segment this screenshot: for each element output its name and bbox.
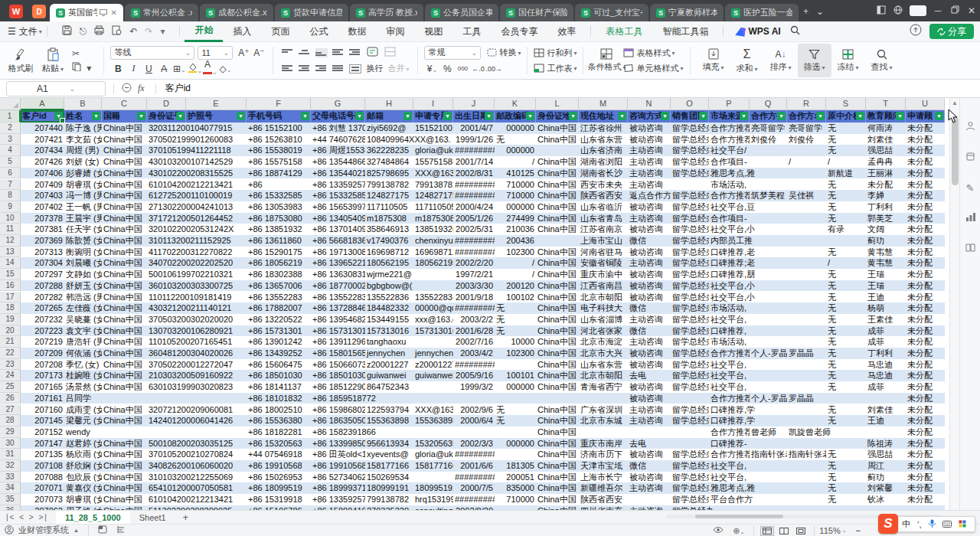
cell-style-button[interactable]: 单元格样式▾ xyxy=(623,60,683,76)
row-number-25[interactable]: 25 xyxy=(0,381,21,393)
cell-B6[interactable]: 彭睿婧 (女 xyxy=(64,168,102,179)
row-number-34[interactable]: 34 xyxy=(0,482,21,494)
row-number-8[interactable]: 8 xyxy=(0,190,21,201)
cell-N23[interactable]: 被动咨询 xyxy=(628,359,671,371)
cell-A8[interactable]: 207403 xyxy=(21,190,64,201)
cell-J3[interactable]: 1999/1/26 xyxy=(453,134,495,145)
cell-N7[interactable]: 主动咨询 xyxy=(628,179,671,191)
cell-A4[interactable]: 207434 xyxy=(21,145,64,156)
cell-Q8[interactable]: 筑梦美程 xyxy=(750,190,787,201)
cell-M10[interactable]: 山东省青岛 xyxy=(579,213,628,224)
cell-P33[interactable]: 社交平台, xyxy=(709,472,750,483)
cell-B27[interactable]: 成雨雯 (女 xyxy=(64,404,102,416)
table-row[interactable]: 207378王晨宇 (男China中国371721200501264452+86… xyxy=(21,213,945,224)
column-header-I[interactable]: I xyxy=(413,98,453,110)
cell-D6[interactable]: 430102200208315525 xyxy=(147,168,186,179)
column-header-G[interactable]: G xyxy=(311,98,365,110)
document-tab[interactable]: S高学历 教授.xlsx xyxy=(350,4,423,21)
cell-K24[interactable]: 100101 xyxy=(495,370,536,381)
cell-D10[interactable]: 371721200501264452 xyxy=(147,213,186,224)
cell-J23[interactable]: ######### xyxy=(453,359,495,371)
tab-smart-toolbox[interactable]: 智能工具箱 xyxy=(652,21,718,42)
cell-U24[interactable]: 未分配 xyxy=(906,370,945,381)
cell-B10[interactable]: 王晨宇 (男 xyxy=(64,213,102,224)
cell-B11[interactable]: 任天宇 (女 xyxy=(64,224,102,235)
document-tab[interactable]: S医护五险一金.xlsx xyxy=(725,4,799,21)
cell-G20[interactable]: +86 1573130169 xyxy=(311,325,365,337)
cell-T14[interactable]: 黄韦慧 xyxy=(866,257,906,269)
menu-item-页面[interactable]: 页面 xyxy=(261,21,299,42)
cell-D33[interactable]: 310103200212255069 xyxy=(147,472,186,483)
tab-table-tools[interactable]: 表格工具 xyxy=(596,21,652,42)
cell-M30[interactable]: 重庆市南岸 xyxy=(579,438,628,449)
cell-M23[interactable]: 山东省东营 xyxy=(579,359,628,371)
cell-G12[interactable]: +86 56681836 xyxy=(311,235,365,247)
document-tab[interactable]: S可过_支付宝+_滴滴 xyxy=(575,4,648,21)
align-right-icon[interactable] xyxy=(315,64,328,74)
cell-I20[interactable]: 157313016 xyxy=(413,325,453,337)
cell-U27[interactable]: 未分配 xyxy=(906,404,945,416)
column-header-S[interactable]: S xyxy=(826,98,866,110)
table-row[interactable]: 207165汤景然 (女China中国630103199903020823+86… xyxy=(21,381,945,393)
cell-H34[interactable]: 180999191 xyxy=(365,482,413,494)
cell-A25[interactable]: 207165 xyxy=(21,381,64,393)
cell-L32[interactable]: China中国 xyxy=(536,460,579,472)
row-number-28[interactable]: 28 xyxy=(0,415,21,427)
zoom-level[interactable]: 115% xyxy=(819,526,840,535)
cell-M19[interactable]: 山东省淄博 xyxy=(579,314,628,325)
cell-U28[interactable]: 未分配 xyxy=(906,415,945,427)
cell-D35[interactable]: 610104200212213421 xyxy=(147,494,186,505)
cell-C35[interactable]: China中国 xyxy=(102,494,147,505)
cell-M17[interactable]: 北京市朝阳 xyxy=(579,292,628,303)
cell-D30[interactable]: 500108200203035125 xyxy=(147,438,186,449)
cell-M32[interactable]: 天津市宝坻 xyxy=(579,460,628,472)
cell-L6[interactable]: China中国 xyxy=(536,168,579,179)
cell-L7[interactable]: China中国 xyxy=(536,179,579,191)
cell-I8[interactable]: 124827175 xyxy=(413,190,453,201)
cell-R2[interactable]: 亮哥留学 xyxy=(787,123,826,134)
cell-J24[interactable]: 2005/9/16 xyxy=(453,370,495,381)
minimize-button[interactable]: ─ xyxy=(929,5,946,16)
table-row[interactable]: 207265左佳薇 (女China中国430321200211140121+86… xyxy=(21,302,945,314)
menu-item-效率[interactable]: 效率 xyxy=(547,21,586,42)
cell-N33[interactable]: 被动咨询 xyxy=(628,472,671,483)
cell-N6[interactable]: 主动咨询 xyxy=(628,168,671,179)
cell-N26[interactable]: 被动咨询 xyxy=(628,393,671,404)
cell-M15[interactable]: 重庆市渝中 xyxy=(579,269,628,280)
cell-U30[interactable]: 未分配 xyxy=(906,438,945,449)
format-painter-button[interactable]: 格式刷 xyxy=(5,44,37,77)
row-number-1[interactable]: 1 xyxy=(0,110,21,123)
cell-M14[interactable]: 安徽省铜陵 xyxy=(579,257,628,269)
filter-dropdown-icon[interactable]: ▼ xyxy=(443,112,452,120)
row-number-35[interactable]: 35 xyxy=(0,494,21,505)
cell-D17[interactable]: 110112200109181419 xyxy=(147,292,186,303)
column-header-T[interactable]: T xyxy=(866,98,906,110)
view-break-button[interactable] xyxy=(794,526,808,536)
cell-S34[interactable]: 无 xyxy=(826,482,866,494)
cell-J15[interactable]: 1997/2/21 xyxy=(453,269,495,280)
table-row[interactable]: 207421李文茹 (女China中国370502199901260083+86… xyxy=(21,134,945,145)
cell-O22[interactable]: 留学总经办 xyxy=(671,348,709,359)
cell-C18[interactable]: China中国 xyxy=(102,302,147,314)
cell-K20[interactable]: 无 xyxy=(495,325,536,337)
cell-J34[interactable]: 2000/7/5 xyxy=(453,482,495,494)
cell-T20[interactable]: 成菲 xyxy=(866,325,906,337)
cell-Q3[interactable]: 刘俊伶 xyxy=(750,134,787,145)
cell-R3[interactable]: 刘俊伶 xyxy=(787,134,826,145)
cell-S27[interactable]: 无 xyxy=(826,404,866,416)
row-number-30[interactable]: 30 xyxy=(0,438,21,449)
account-icon[interactable] xyxy=(5,525,14,536)
cell-L13[interactable]: China中国 xyxy=(536,247,579,258)
cell-F16[interactable]: +86 13657006 xyxy=(247,280,311,292)
table-header-row[interactable]: 客户id▼姓名▼国籍▼身份证号▼护照号▼手机号码▼父母电话号码▼邮箱▼申请专用▼… xyxy=(21,110,945,123)
table-row[interactable]: 207208季忆 (女)China中国370502200012272047+86… xyxy=(21,359,945,371)
cell-G21[interactable]: +86 1391129694 xyxy=(311,336,365,348)
cell-B33[interactable]: 包欣辰 (女 xyxy=(64,472,102,483)
cell-S23[interactable]: 无 xyxy=(826,359,866,371)
cell-I35[interactable]: hrq153199 xyxy=(413,494,453,505)
cell-O8[interactable]: 留学总经办 xyxy=(671,190,709,201)
cell-F26[interactable]: +86 18101832 xyxy=(247,393,311,404)
table-row[interactable]: 207145梁馨元 (女China中国142401200006041426+86… xyxy=(21,415,945,427)
cell-N19[interactable]: 主动咨询 xyxy=(628,314,671,325)
cell-S21[interactable]: 无 xyxy=(826,336,866,348)
